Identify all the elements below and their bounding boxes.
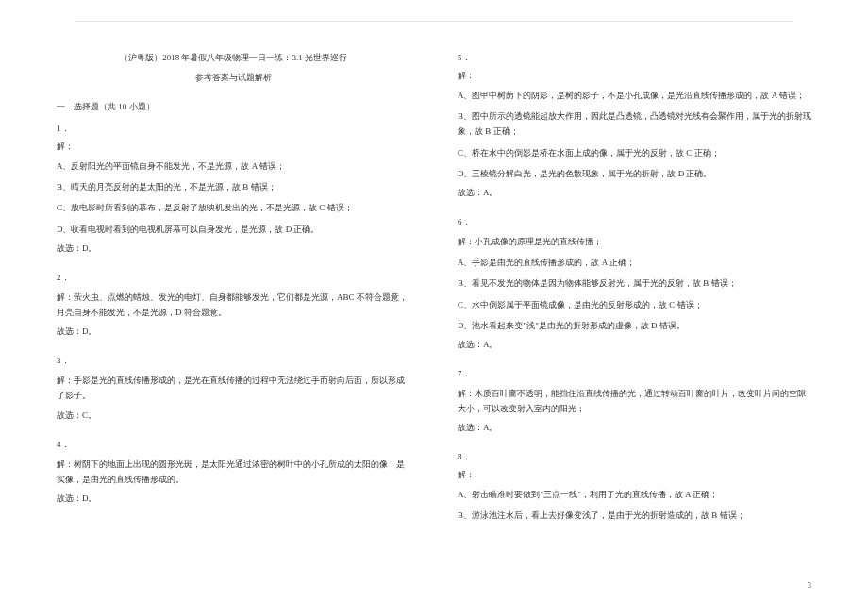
page-number: 3 [808,580,812,590]
question-number: 5． [458,52,811,64]
solution-line: 解：萤火虫、点燃的蜡烛、发光的电灯、自身都能够发光，它们都是光源，ABC 不符合… [57,290,410,320]
question-number: 4． [57,439,410,451]
solution-label: 解： [57,141,410,153]
doc-title: （沪粤版）2018 年暑假八年级物理一日一练：3.1 光世界巡行 [57,52,410,64]
question-block: 4． 解：树阴下的地面上出现的圆形光斑，是太阳光通过浓密的树叶中的小孔所成的太阳… [57,439,410,505]
question-number: 1． [57,123,410,135]
solution-line: A、射击瞄准时要做到"三点一线"，利用了光的直线传播，故 A 正确； [458,487,811,502]
solution-line: A、手影是由光的直线传播形成的，故 A 正确； [458,255,811,270]
solution-line: D、收看电视时看到的电视机屏幕可以自身发光，是光源，故 D 正确。 [57,222,410,237]
question-block: 8． 解： A、射击瞄准时要做到"三点一线"，利用了光的直线传播，故 A 正确；… [458,451,811,523]
solution-label: 解： [458,70,811,82]
top-divider [75,21,793,22]
solution-line: D、池水看起来变"浅"是由光的折射形成的虚像，故 D 错误。 [458,318,811,333]
question-number: 8． [458,451,811,463]
solution-line: A、图甲中树荫下的阴影，是树的影子，不是小孔成像，是光沿直线传播形成的，故 A … [458,88,811,103]
answer-text: 故选：A。 [458,339,811,351]
solution-line: 解：手影是光的直线传播形成的，是光在直线传播的过程中无法绕过手而射向后面，所以形… [57,373,410,403]
question-number: 7． [458,368,811,380]
solution-label: 解： [458,469,811,481]
solution-line: B、图中所示的透镜能起放大作用，因此是凸透镜，凸透镜对光线有会聚作用，属于光的折… [458,109,811,139]
solution-line: A、反射阳光的平面镜自身不能发光，不是光源，故 A 错误； [57,159,410,174]
answer-text: 故选：D。 [57,326,410,338]
solution-line: 解：小孔成像的原理是光的直线传播； [458,234,811,249]
answer-text: 故选：D。 [57,242,410,255]
answer-text: 故选：A。 [458,422,811,434]
solution-line: C、放电影时所看到的幕布，是反射了放映机发出的光，不是光源，故 C 错误； [57,200,410,215]
question-number: 3． [57,355,410,367]
solution-line: C、桥在水中的倒影是桥在水面上成的像，属于光的反射，故 C 正确； [458,145,811,160]
question-block: 2． 解：萤火虫、点燃的蜡烛、发光的电灯、自身都能够发光，它们都是光源，ABC … [57,272,410,338]
solution-line: B、晴天的月亮反射的是太阳的光，不是光源，故 B 错误； [57,179,410,194]
question-number: 6． [458,216,811,228]
solution-line: C、水中倒影属于平面镜成像，是由光的反射形成的，故 C 错误； [458,297,811,312]
solution-line: 解：树阴下的地面上出现的圆形光斑，是太阳光通过浓密的树叶中的小孔所成的太阳的像，… [57,457,410,487]
question-block: 5． 解： A、图甲中树荫下的阴影，是树的影子，不是小孔成像，是光沿直线传播形成… [458,52,811,199]
section-heading: 一．选择题（共 10 小题） [57,101,410,113]
question-block: 1． 解： A、反射阳光的平面镜自身不能发光，不是光源，故 A 错误； B、晴天… [57,123,410,255]
document-page: （沪粤版）2018 年暑假八年级物理一日一练：3.1 光世界巡行 参考答案与试题… [0,0,868,547]
answer-text: 故选：C。 [57,409,410,422]
solution-line: B、游泳池注水后，看上去好像变浅了，是由于光的折射造成的，故 B 错误； [458,508,811,523]
solution-line: D、三棱镜分解白光，是光的色散现象，属于光的折射，故 D 正确。 [458,166,811,181]
question-block: 7． 解：木质百叶窗不透明，能挡住沿直线传播的光，通过转动百叶窗的叶片，改变叶片… [458,368,811,434]
answer-text: 故选：D。 [57,492,410,505]
solution-line: 解：木质百叶窗不透明，能挡住沿直线传播的光，通过转动百叶窗的叶片，改变叶片间的空… [458,386,811,416]
answer-text: 故选：A。 [458,187,811,199]
question-block: 6． 解：小孔成像的原理是光的直线传播； A、手影是由光的直线传播形成的，故 A… [458,216,811,351]
question-number: 2． [57,272,410,284]
question-block: 3． 解：手影是光的直线传播形成的，是光在直线传播的过程中无法绕过手而射向后面，… [57,355,410,421]
doc-subtitle: 参考答案与试题解析 [57,72,410,84]
solution-line: B、看见不发光的物体是因为物体能够反射光，属于光的反射，故 B 错误； [458,275,811,291]
